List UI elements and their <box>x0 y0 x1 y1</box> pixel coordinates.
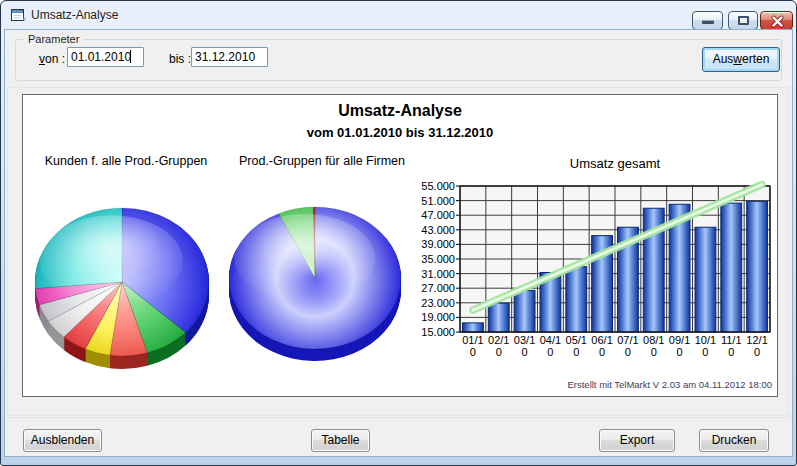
svg-text:15.000: 15.000 <box>421 326 455 338</box>
parameter-group-label: Parameter <box>24 33 83 45</box>
close-icon <box>771 15 784 28</box>
von-date-field-wrap <box>67 47 144 67</box>
auswerten-button[interactable]: Auswerten <box>702 47 780 72</box>
maximize-icon <box>738 16 749 25</box>
svg-text:03/10: 03/10 <box>514 334 535 358</box>
svg-text:23.000: 23.000 <box>421 297 455 309</box>
report-panel: Umsatz-Analyse vom 01.01.2010 bis 31.12.… <box>22 94 778 397</box>
close-button[interactable] <box>760 11 793 30</box>
minimize-icon <box>702 20 714 24</box>
svg-text:08/10: 08/10 <box>643 334 664 358</box>
svg-text:51.000: 51.000 <box>421 195 455 207</box>
bis-date-field-wrap <box>191 47 268 67</box>
svg-text:10/10: 10/10 <box>695 334 716 358</box>
svg-text:47.000: 47.000 <box>421 209 455 221</box>
minimize-button[interactable] <box>692 11 723 30</box>
bar-chart-umsatz: 55.00051.00047.00043.00039.00035.00031.0… <box>412 141 782 376</box>
svg-text:39.000: 39.000 <box>421 238 455 250</box>
pie-chart-product-groups-title: Prod.-Gruppen für alle Firmen <box>219 154 425 168</box>
von-date-input[interactable] <box>67 47 144 67</box>
svg-text:27.000: 27.000 <box>421 282 455 294</box>
svg-text:05/10: 05/10 <box>566 334 587 358</box>
bis-date-input[interactable] <box>191 47 268 67</box>
text-caret <box>130 50 131 63</box>
app-window: Umsatz-Analyse Parameter von : bis : <box>0 0 797 466</box>
client-area: Parameter von : bis : Auswerten Umsatz-A… <box>4 29 793 457</box>
tabelle-button[interactable]: Tabelle <box>311 429 370 452</box>
drucken-button[interactable]: Drucken <box>699 429 769 452</box>
svg-text:11/10: 11/10 <box>721 334 742 358</box>
svg-text:31.000: 31.000 <box>421 268 455 280</box>
pie-chart-product-groups <box>224 203 410 375</box>
svg-text:55.000: 55.000 <box>421 180 455 192</box>
content-panel: Umsatz-Analyse vom 01.01.2010 bis 31.12.… <box>7 87 789 416</box>
svg-text:01/10: 01/10 <box>462 334 483 358</box>
pie-chart-customers <box>30 203 216 375</box>
svg-text:35.000: 35.000 <box>421 253 455 265</box>
report-subtitle: vom 01.01.2010 bis 31.12.2010 <box>23 125 777 140</box>
app-icon <box>10 7 26 23</box>
svg-text:12/10: 12/10 <box>746 334 767 358</box>
svg-text:19.000: 19.000 <box>421 311 455 323</box>
svg-text:02/10: 02/10 <box>488 334 509 358</box>
svg-text:43.000: 43.000 <box>421 224 455 236</box>
von-label: von : <box>39 52 65 66</box>
export-button[interactable]: Export <box>599 429 675 452</box>
svg-text:07/10: 07/10 <box>617 334 638 358</box>
report-title: Umsatz-Analyse <box>23 102 777 120</box>
bis-label: bis : <box>169 52 191 66</box>
window-title: Umsatz-Analyse <box>31 1 118 29</box>
svg-text:04/10: 04/10 <box>540 334 561 358</box>
svg-text:06/10: 06/10 <box>591 334 612 358</box>
report-credit: Erstellt mit TelMarkt V 2.03 am 04.11.20… <box>567 379 772 390</box>
maximize-button[interactable] <box>728 11 758 30</box>
pie-chart-customers-title: Kunden f. alle Prod.-Gruppen <box>23 154 229 168</box>
ausblenden-button[interactable]: Ausblenden <box>23 429 102 452</box>
titlebar[interactable]: Umsatz-Analyse <box>1 1 796 29</box>
svg-text:09/10: 09/10 <box>669 334 690 358</box>
